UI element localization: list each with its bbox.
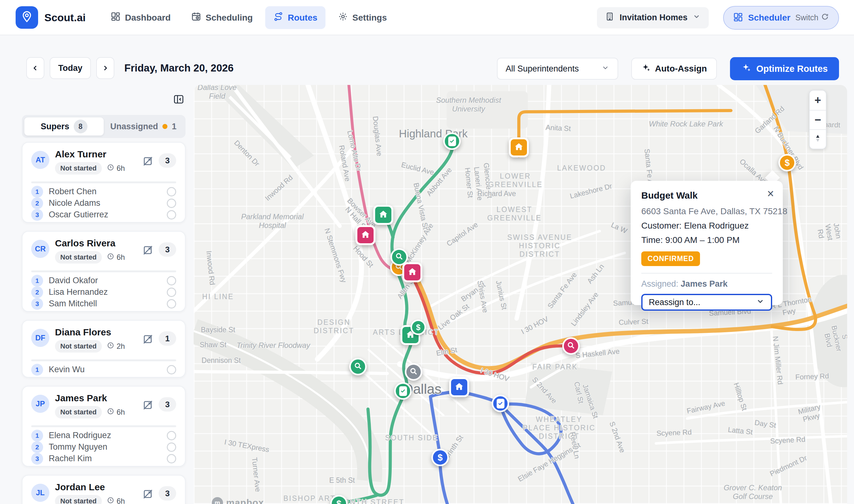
avatar: JP: [31, 395, 49, 413]
stop-row[interactable]: 3Rachel Kim: [31, 453, 176, 464]
workspace-switcher[interactable]: Scheduler Switch: [723, 6, 839, 30]
stop-checkbox[interactable]: [167, 431, 176, 440]
stop-row[interactable]: 2Tommy Nguyen: [31, 441, 176, 453]
super-card-carlos-rivera[interactable]: CRCarlos RiveraNot started6h31David Okaf…: [22, 231, 185, 312]
header-right: Invitation Homes Scheduler Switch: [597, 0, 839, 35]
stop-checkbox[interactable]: [167, 187, 176, 196]
super-card-diana-flores[interactable]: DFDiana FloresNot started2h11Kevin Wu: [22, 320, 185, 378]
app-logo: [16, 6, 38, 29]
pink-home-marker[interactable]: [402, 262, 422, 282]
stop-name: Robert Chen: [49, 187, 167, 196]
superintendent-filter[interactable]: All Superintendents: [497, 58, 618, 79]
org-selector[interactable]: Invitation Homes: [597, 7, 709, 29]
stop-name: Tommy Nguyen: [49, 442, 167, 452]
super-card-alex-turner[interactable]: ATAlex TurnerNot started6h31Robert Chen2…: [22, 142, 185, 223]
prev-day-button[interactable]: [26, 57, 45, 79]
next-day-button[interactable]: [96, 57, 114, 79]
green-home-marker[interactable]: $: [401, 325, 421, 345]
stop-checkbox[interactable]: [167, 210, 176, 219]
zoom-out-button[interactable]: −: [809, 110, 826, 129]
green-home-marker[interactable]: [373, 205, 393, 225]
stop-checkbox[interactable]: [167, 365, 176, 374]
stop-row[interactable]: 1Kevin Wu: [31, 364, 176, 375]
blue-home-marker[interactable]: [449, 377, 469, 397]
stop-checkbox[interactable]: [167, 199, 176, 208]
status-badge: CONFIRMED: [641, 251, 700, 266]
nav-tab-scheduling[interactable]: Scheduling: [183, 6, 261, 29]
calendar-icon: [191, 12, 201, 24]
tab-unassigned[interactable]: Unassigned1: [104, 118, 183, 136]
clock-icon: [107, 342, 114, 351]
search-icon: [394, 251, 405, 263]
home-icon: [454, 381, 464, 393]
pink-search-marker[interactable]: [562, 337, 580, 355]
dollar-badge: $: [410, 320, 426, 335]
nav-tab-routes[interactable]: Routes: [265, 6, 325, 29]
route-icon: [273, 12, 283, 24]
stop-row[interactable]: 2Lisa Hernandez: [31, 286, 176, 298]
search-icon: [408, 366, 419, 378]
status-badge: Not started: [55, 495, 102, 504]
home-icon: [514, 142, 524, 153]
stop-number: 2: [31, 286, 43, 298]
pink-home-marker[interactable]: [355, 225, 375, 245]
sidebar-tabs: Supers8Unassigned1: [22, 115, 185, 138]
green-check-marker[interactable]: [443, 132, 461, 150]
nav-tab-dashboard[interactable]: Dashboard: [103, 6, 179, 29]
auto-assign-button[interactable]: Auto-Assign: [631, 58, 717, 79]
stop-number: 3: [31, 298, 43, 310]
navigation-off-icon: [142, 155, 154, 167]
avatar: CR: [31, 240, 49, 258]
stop-number: 1: [31, 364, 43, 376]
route-line: [440, 465, 447, 504]
orange-dollar-marker[interactable]: $: [778, 154, 796, 172]
blue-dollar-marker[interactable]: $: [431, 449, 449, 466]
close-icon[interactable]: ×: [767, 188, 774, 200]
optimize-routes-button[interactable]: Optimize Routes: [730, 57, 839, 80]
stop-row[interactable]: 2Nicole Adams: [31, 197, 176, 209]
tab-supers[interactable]: Supers8: [24, 118, 104, 136]
orange-home-marker[interactable]: [509, 138, 529, 157]
stop-checkbox[interactable]: [167, 443, 176, 452]
mapbox-logo-icon: m: [212, 497, 223, 504]
compass-button[interactable]: [809, 129, 826, 149]
stop-row[interactable]: 1Elena Rodriguez: [31, 430, 176, 441]
sidebar-collapse-button[interactable]: [173, 94, 184, 105]
gray-search-marker[interactable]: [405, 363, 422, 381]
stop-row[interactable]: 1Robert Chen: [31, 186, 176, 197]
stop-row[interactable]: 3Sam Mitchell: [31, 298, 176, 309]
green-search-marker[interactable]: [349, 358, 367, 375]
green-check-marker[interactable]: [394, 382, 412, 400]
building-icon: [605, 12, 615, 23]
nav-tab-settings[interactable]: Settings: [330, 6, 395, 29]
stop-checkbox[interactable]: [167, 288, 176, 297]
stop-checkbox[interactable]: [167, 276, 176, 285]
dollar-icon: $: [438, 452, 443, 463]
tab-count-badge: 8: [74, 120, 87, 133]
grid-icon: [733, 12, 743, 23]
map-zoom-control: + −: [809, 90, 826, 149]
stop-row[interactable]: 3Oscar Gutierrez: [31, 209, 176, 220]
today-button[interactable]: Today: [50, 57, 91, 79]
stop-row[interactable]: 1David Okafor: [31, 275, 176, 286]
route-line: [430, 392, 457, 450]
auto-assign-label: Auto-Assign: [655, 64, 707, 74]
blue-check-marker[interactable]: [492, 395, 509, 412]
mapbox-logo-text: mapbox: [226, 498, 264, 504]
reassign-select[interactable]: Reassign to...: [641, 294, 772, 311]
sparkle-icon: [741, 63, 751, 75]
panel-collapse-icon: [173, 101, 184, 106]
zoom-in-button[interactable]: +: [809, 91, 826, 110]
dollar-icon: $: [336, 499, 341, 504]
workspace-app-label: Scheduler: [748, 13, 790, 23]
super-name: Jordan Lee: [55, 482, 105, 492]
stop-name: Lisa Hernandez: [49, 287, 167, 297]
location-pin-icon: [21, 11, 33, 24]
super-card-jordan-lee[interactable]: JLJordan LeeNot started6h3: [22, 475, 185, 504]
super-card-james-park[interactable]: JPJames ParkNot started6h31Elena Rodrigu…: [22, 386, 185, 467]
stop-checkbox[interactable]: [167, 299, 176, 308]
card-divider: [31, 181, 176, 183]
stop-checkbox[interactable]: [167, 454, 176, 463]
clock-icon: [107, 253, 114, 262]
avatar: DF: [31, 329, 49, 347]
